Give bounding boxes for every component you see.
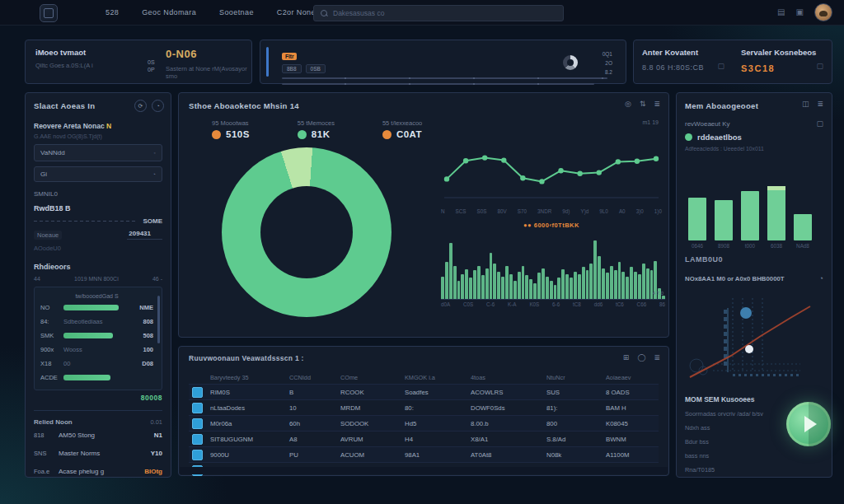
nav-item[interactable]: 528 bbox=[106, 8, 119, 16]
metrics-subrow: 44 1019 MNN 800Ci 46 - bbox=[34, 276, 162, 282]
app-logo[interactable] bbox=[40, 4, 58, 22]
row-checkbox[interactable] bbox=[192, 418, 203, 429]
area-bar bbox=[465, 269, 468, 299]
search-bar[interactable]: Dakesasusas co bbox=[313, 5, 564, 21]
footer-link[interactable]: bass nns bbox=[685, 452, 784, 460]
records-table-panel: Ruuvwoonaun Veawatdssscn 1 : ⊞◯≣ Baryvte… bbox=[178, 346, 669, 476]
nav-item[interactable]: Geoc Ndomara bbox=[142, 8, 196, 16]
legend-value-row: C0AT bbox=[382, 129, 422, 139]
column-header[interactable]: 4toas bbox=[471, 374, 546, 381]
column-header[interactable]: COme bbox=[340, 374, 405, 381]
nav-item[interactable]: Sooetnae bbox=[219, 8, 254, 16]
mini-bar bbox=[688, 198, 706, 240]
filter-chip[interactable]: 8B8 bbox=[282, 64, 302, 73]
apps-icon[interactable]: ▤ bbox=[777, 8, 785, 16]
expand-icon[interactable]: ◔ bbox=[819, 275, 823, 283]
row-checkbox[interactable] bbox=[192, 450, 203, 460]
kpi-label: revWoeaeut Ky bbox=[685, 120, 730, 128]
right-panel-icon[interactable]: ◫ bbox=[802, 100, 809, 108]
area-bar bbox=[497, 272, 500, 299]
sidebar-circle-icon[interactable]: ◔ bbox=[152, 100, 164, 112]
mini-bar bbox=[794, 214, 812, 240]
notifications-icon[interactable]: ▣ bbox=[796, 8, 804, 16]
column-header[interactable]: CCNIdd bbox=[289, 374, 340, 381]
area-tick-label: tC8 bbox=[573, 301, 581, 307]
area-bar bbox=[473, 270, 476, 299]
area-bar bbox=[578, 274, 581, 299]
legend-value: 81K bbox=[312, 129, 331, 139]
search-input[interactable]: Dakesasusas co bbox=[333, 9, 384, 17]
area-tick-label: C0S bbox=[463, 301, 473, 307]
section-label: SMNIL0 bbox=[34, 190, 162, 198]
footer-link[interactable]: Bdur bss bbox=[685, 438, 784, 446]
overview-icon[interactable]: ⇅ bbox=[640, 100, 646, 108]
column-header[interactable]: NtuNcr bbox=[546, 374, 606, 381]
table-cell: ACUOM bbox=[340, 451, 405, 459]
counter-icon[interactable]: ▢ bbox=[816, 62, 823, 70]
table-cell: Soadfes bbox=[405, 389, 471, 396]
table-cell: 98A1 bbox=[405, 451, 471, 459]
metric-row: X1800D08 bbox=[40, 357, 153, 371]
section2-title: NOx8AA1 M0 or A0x0 BHB0000T bbox=[685, 275, 796, 283]
column-header[interactable]: Baryvteedy 35 bbox=[210, 374, 289, 381]
area-tick-label: 6-6 bbox=[552, 301, 560, 307]
kpi-card-turnover: iMoeo tvmaot Qiltc Goes a.0S:L(A i 0S 0P… bbox=[25, 40, 252, 84]
table-cell: A8 bbox=[289, 436, 340, 443]
overview-icon[interactable]: ◎ bbox=[625, 100, 631, 108]
table-row[interactable]: M0r06a60hSODOOKHd58.00.b800K08045 bbox=[189, 415, 659, 431]
metric-label: SMK bbox=[40, 332, 63, 339]
related-title: Relied Noon bbox=[34, 418, 73, 426]
related-row[interactable]: Foa.eAcase phelug gBIOtg bbox=[34, 462, 162, 480]
footer-link[interactable]: Soorrnadas orvcriv /ada/ b/sv bbox=[685, 410, 784, 418]
related-row[interactable]: 818AM50 StongN1 bbox=[34, 426, 162, 444]
overview-icon[interactable]: ≣ bbox=[654, 100, 660, 108]
clock-icon[interactable]: ◔ bbox=[152, 171, 156, 177]
column-header[interactable]: Aoiaeaev bbox=[606, 374, 659, 381]
filter-badge[interactable]: Fltr bbox=[282, 53, 297, 60]
donut-hole bbox=[260, 186, 353, 278]
table-cell: SIT8UGUGNM bbox=[210, 436, 289, 443]
select-field-2[interactable]: Gi ◔ bbox=[34, 166, 162, 182]
area-bar bbox=[546, 277, 549, 299]
table-icon[interactable]: ⊞ bbox=[623, 354, 630, 362]
filter-chip[interactable]: 0SB bbox=[306, 64, 326, 73]
footer-link[interactable]: Rna/T0185 bbox=[685, 466, 784, 474]
table-row[interactable]: RIM0SBRCOOKSoadfesACOWLRSSUS8 OADS bbox=[189, 384, 659, 399]
area-tick-label: dd6 bbox=[594, 301, 603, 307]
table-icon[interactable]: ≣ bbox=[654, 354, 660, 362]
metric-row: SMK508 bbox=[40, 329, 153, 343]
mini-bar-cap bbox=[767, 186, 785, 190]
avatar[interactable] bbox=[814, 3, 832, 21]
copy-icon[interactable]: ▢ bbox=[816, 120, 823, 128]
select-field-1[interactable]: VaNNdd ◦ bbox=[34, 144, 162, 161]
table-row[interactable]: SIT8UGUGNMA8AVRUMH4X8/A1S.8/AdBWNM bbox=[189, 431, 659, 446]
mini-bar-label: 0646 bbox=[688, 243, 706, 249]
column-header[interactable]: KMGOK i.a bbox=[405, 374, 471, 381]
related-row[interactable]: SNSMaster NormsY10 bbox=[34, 444, 162, 462]
table-icon[interactable]: ◯ bbox=[637, 354, 645, 362]
table-row[interactable]: 9000UPUACUOM98A1AT0At8N08kA1100M bbox=[189, 446, 659, 462]
related-name: Acase phelug g bbox=[59, 468, 144, 475]
legend-item: 95 Moootwas510S bbox=[212, 119, 250, 139]
play-icon bbox=[804, 416, 817, 432]
metrics-count: 46 - bbox=[152, 276, 162, 282]
right-panel-icon[interactable]: ≣ bbox=[817, 100, 823, 108]
chevron-down-icon[interactable]: ◦ bbox=[154, 150, 156, 156]
area-bar bbox=[542, 268, 545, 299]
area-bar bbox=[630, 267, 633, 299]
sidebar-circle-icon[interactable]: ⟳ bbox=[134, 100, 147, 112]
area-bar bbox=[445, 262, 448, 299]
row-checkbox[interactable] bbox=[192, 403, 203, 413]
play-fab-button[interactable] bbox=[786, 402, 831, 446]
row-checkbox[interactable] bbox=[192, 387, 203, 398]
metric-label: ACDE bbox=[40, 374, 63, 381]
table-cell: AT0At8 bbox=[471, 451, 546, 459]
row-checkbox[interactable] bbox=[192, 434, 203, 445]
footer-link[interactable]: Ndxh ass bbox=[685, 424, 784, 432]
scrollbar[interactable] bbox=[157, 296, 160, 343]
table-row[interactable]: nLtaaDodes10MRDM80:DOWF0Sds81):BAM H bbox=[189, 399, 659, 415]
table-cell: K08045 bbox=[606, 420, 659, 427]
calendar-icon[interactable]: ▢ bbox=[717, 62, 724, 70]
area-bar bbox=[593, 240, 597, 299]
legend-item: 55 t/lexxeacooC0AT bbox=[382, 119, 422, 139]
